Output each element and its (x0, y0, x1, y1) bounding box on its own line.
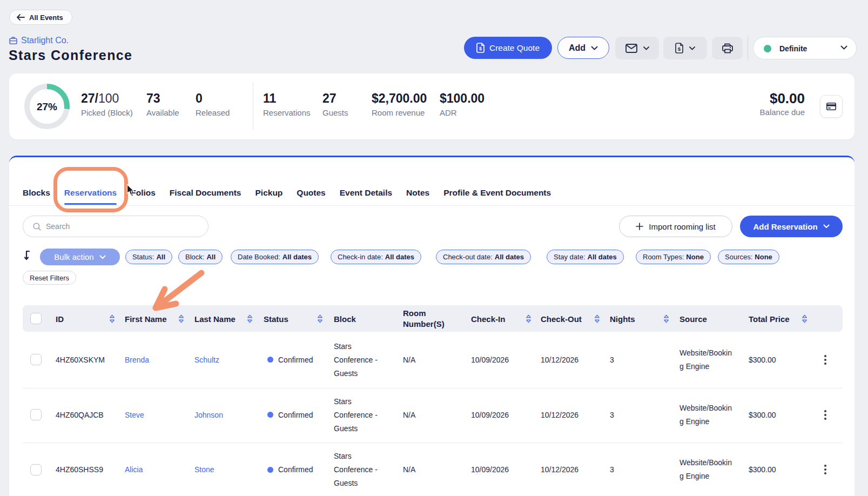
svg-text:$: $ (678, 46, 681, 52)
svg-text:$: $ (479, 46, 482, 51)
svg-text:27%: 27% (37, 101, 57, 112)
